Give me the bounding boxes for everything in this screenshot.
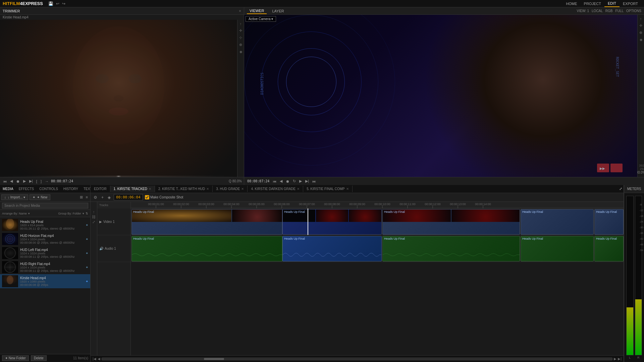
viewer-play[interactable]: ▶ xyxy=(298,179,303,184)
trimmer-close-button[interactable]: × xyxy=(239,9,241,13)
tab-close-3[interactable]: ✕ xyxy=(297,187,300,191)
timeline-ruler[interactable]: 00:00:01:00 00:00:02:00 00:00:03:00 00:0… xyxy=(131,202,624,208)
scroll-start-icon[interactable]: |◀ xyxy=(93,357,96,361)
trimmer-tool-extra[interactable]: ◈ xyxy=(239,49,243,55)
trimmer-tool-crop[interactable]: ⊹ xyxy=(238,35,243,41)
tl-tool-arrow[interactable]: ↑ xyxy=(93,210,95,214)
arrange-chevron[interactable]: ▾ xyxy=(28,212,30,215)
trimmer-to-timeline[interactable]: → xyxy=(44,179,50,184)
viewer-tool-extra[interactable]: ◈ xyxy=(639,37,643,43)
video-clip-selected[interactable]: Heads Up Final xyxy=(282,209,382,235)
trimmer-tool-move[interactable]: ✛ xyxy=(238,28,243,34)
delete-button[interactable]: Delete xyxy=(31,355,47,361)
trimmer-mark-in[interactable]: [ xyxy=(35,179,38,184)
viewer-fwd[interactable]: ⏭ xyxy=(311,179,317,184)
scroll-right-icon[interactable]: ▶ xyxy=(614,357,616,361)
view-list-icon[interactable]: ≡ xyxy=(85,195,89,200)
viewer-opt-full[interactable]: FULL xyxy=(615,9,624,13)
media-item-selected[interactable]: Kirstie Head.mp4 644 x 362 pixels 00:0… xyxy=(0,274,90,288)
trimmer-mark-out[interactable]: ] xyxy=(40,179,43,184)
scroll-end-icon[interactable]: ▶| xyxy=(618,357,622,361)
audio-clip[interactable]: Heads Up Final xyxy=(521,236,594,261)
tracks-area[interactable]: Heads Up Final Heads Up Final xyxy=(131,208,624,355)
tab-controls[interactable]: CONTROLS xyxy=(37,186,61,192)
video-clip[interactable]: Heads Up Final xyxy=(382,209,520,235)
timeline-scrollbar[interactable] xyxy=(102,358,613,360)
tab-viewer[interactable]: VIEWER xyxy=(247,8,267,14)
viewer-loop[interactable]: ↻ xyxy=(292,179,297,184)
media-item[interactable]: HUD Horizon Flat.mp4 1024 x 1024 pixels … xyxy=(0,232,90,246)
save-icon[interactable]: 💾 xyxy=(48,1,53,6)
tl-tool-link[interactable]: ⛓ xyxy=(92,215,96,219)
tab-layer[interactable]: LAYER xyxy=(269,8,286,14)
nav-home[interactable]: HOME xyxy=(563,1,581,7)
scroll-left-icon[interactable]: ◀ xyxy=(98,357,100,361)
new-button[interactable]: ✦ ✦ New xyxy=(30,194,50,200)
import-button[interactable]: ↓ ↓ Import... ▾ xyxy=(1,194,28,200)
viewer-record[interactable]: ⏺ xyxy=(285,179,290,184)
trimmer-step-fwd[interactable]: ▶| xyxy=(28,179,34,184)
viewer-step-back[interactable]: ◀ xyxy=(279,179,283,184)
video-clip[interactable]: Heads Up Final xyxy=(131,209,282,235)
media-star[interactable]: ✦ xyxy=(86,251,88,255)
group-chevron[interactable]: ▾ xyxy=(83,212,84,215)
composite-shot-checkbox[interactable]: Make Composite Shot xyxy=(145,195,183,199)
video-clip[interactable]: Heads Up Final xyxy=(594,209,624,235)
playhead[interactable] xyxy=(308,208,308,235)
viewer-opt-rgb[interactable]: RGB xyxy=(605,9,613,13)
view-grid-icon[interactable]: ⊞ xyxy=(79,195,84,200)
audio-clip[interactable]: Heads Up Final xyxy=(594,236,624,261)
media-star[interactable]: ✦ xyxy=(86,280,88,283)
tab-close-0[interactable]: ✕ xyxy=(149,187,151,191)
tab-history[interactable]: HISTORY xyxy=(61,186,81,192)
audio-clip[interactable]: Heads Up Final xyxy=(131,236,282,261)
audio-clip[interactable]: Heads Up Final xyxy=(382,236,520,261)
media-item[interactable]: Heads Up Final 1920 x 814 pixels 00:01:2… xyxy=(0,218,90,232)
sort-icon[interactable]: ⇅ xyxy=(86,212,88,215)
viewer-tool-zoom[interactable]: ⊕ xyxy=(639,30,643,36)
viewer-tool-move[interactable]: ✛ xyxy=(639,23,643,28)
viewer-step-fwd[interactable]: ▶| xyxy=(304,179,310,184)
trimmer-play[interactable]: ▶ xyxy=(22,179,27,184)
audio-clip-selected[interactable]: Heads Up Final xyxy=(282,236,382,261)
timeline-snap-icon[interactable]: ◈ xyxy=(107,195,112,200)
undo-icon[interactable]: ↩ xyxy=(56,1,59,6)
search-input[interactable] xyxy=(2,203,88,208)
editor-tab-0[interactable]: 1. KIRSTIE TRACKED ✕ xyxy=(110,186,155,192)
tab-close-1[interactable]: ✕ xyxy=(206,187,209,191)
timeline-add-track-icon[interactable]: + xyxy=(100,195,105,200)
media-item[interactable]: HUD Right Flat.mp4 1024 x 1024 pixels 00… xyxy=(0,260,90,274)
trimmer-record[interactable]: ⏺ xyxy=(15,179,21,184)
editor-tab-3[interactable]: 4. KIRSTIE DARKEN GRADE ✕ xyxy=(248,186,303,192)
nav-project[interactable]: PROJECT xyxy=(581,1,604,7)
viewer-opt-view[interactable]: VIEW: 1 xyxy=(577,9,589,13)
redo-icon[interactable]: ↪ xyxy=(62,1,65,6)
editor-tab-2[interactable]: 3. HUD GRADE ✕ xyxy=(213,186,248,192)
viewer-rewind[interactable]: ⏮ xyxy=(272,179,277,184)
media-star[interactable]: ✦ xyxy=(86,223,88,227)
tab-media[interactable]: MEDIA xyxy=(0,186,16,192)
tab-close-4[interactable]: ✕ xyxy=(346,187,349,191)
video-clip[interactable]: Heads Up Final xyxy=(521,209,594,235)
media-star[interactable]: ✦ xyxy=(86,237,88,241)
camera-dropdown[interactable]: Active Camera ▾ xyxy=(246,16,276,22)
media-star[interactable]: ✦ xyxy=(86,265,88,269)
trimmer-tool-arrow[interactable]: ↑ xyxy=(239,21,243,26)
viewer-opt-options[interactable]: OPTIONS xyxy=(626,9,641,13)
tab-close-2[interactable]: ✕ xyxy=(241,187,244,191)
tab-effects[interactable]: EFFECTS xyxy=(16,186,37,192)
editor-tab-4[interactable]: 5. KIRSTIE FINAL COMP ✕ xyxy=(303,186,353,192)
nav-edit[interactable]: EDIT xyxy=(604,0,620,7)
tl-tool-expand[interactable]: ⤢ xyxy=(92,220,95,224)
timeline-timecode[interactable]: 00:00:06:04 xyxy=(114,194,143,200)
media-item[interactable]: HUD Left Flat.mp4 1024 x 1024 pixels 00:… xyxy=(0,246,90,260)
trimmer-rewind[interactable]: ⏮ xyxy=(2,179,8,184)
new-folder-button[interactable]: ✦ New Folder xyxy=(2,355,29,361)
editor-expand[interactable]: ⤢ xyxy=(618,185,624,192)
nav-export[interactable]: EXPORT xyxy=(620,1,641,7)
timeline-settings-icon[interactable]: ⚙ xyxy=(93,195,98,200)
trimmer-tool-zoom[interactable]: ⊕ xyxy=(238,42,243,48)
viewer-tool-arrow[interactable]: ↑ xyxy=(639,16,643,21)
viewer-opt-local[interactable]: LOCAL xyxy=(592,9,603,13)
editor-tab-1[interactable]: 2. KIRSTIE T...KED WITH HUD ✕ xyxy=(155,186,213,192)
